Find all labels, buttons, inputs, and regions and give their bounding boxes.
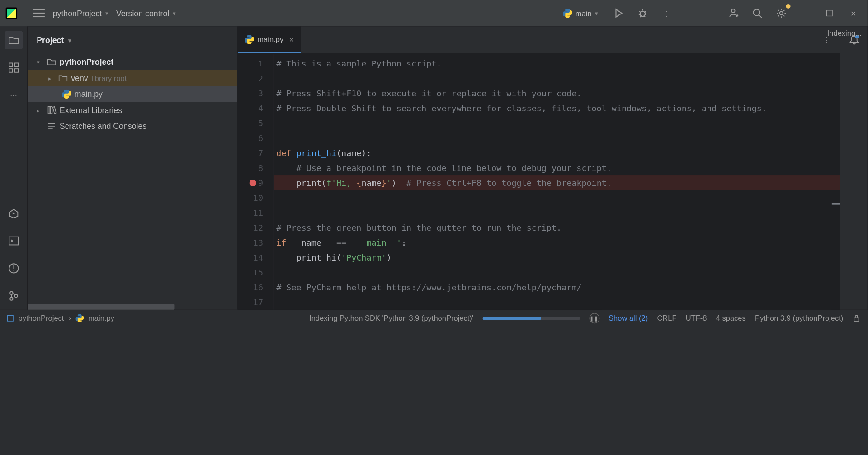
encoding-button[interactable]: UTF-8 [686, 314, 707, 322]
terminal-tool-button[interactable] [5, 232, 23, 250]
horizontal-scrollbar[interactable] [28, 304, 175, 310]
python-icon [245, 35, 254, 44]
project-name-label: pythonProject [53, 9, 102, 18]
project-tool-button[interactable] [5, 31, 23, 49]
tree-item-label: Scratches and Consoles [60, 122, 146, 131]
indexing-indicator: Indexing... [821, 28, 867, 38]
chevron-down-icon: ▾ [68, 37, 71, 43]
svg-rect-17 [854, 318, 859, 321]
svg-point-1 [731, 9, 735, 13]
svg-rect-6 [14, 63, 18, 66]
project-selector[interactable]: pythonProject ▾ [53, 9, 108, 18]
svg-point-3 [780, 12, 783, 15]
svg-rect-16 [7, 315, 13, 321]
lock-icon[interactable] [853, 314, 861, 322]
window-close-button[interactable]: ✕ [845, 5, 862, 21]
problems-tool-button[interactable] [5, 259, 23, 278]
main-menu-button[interactable] [33, 9, 45, 17]
indexing-progress-bar [482, 316, 580, 320]
chevron-down-icon: ▾ [105, 10, 108, 16]
tree-item-label: main.py [75, 90, 103, 99]
pause-indexing-button[interactable]: ❚❚ [589, 313, 599, 323]
breakpoint-marker[interactable]: 9 [238, 175, 274, 190]
module-icon [7, 314, 14, 321]
folder-icon [58, 73, 67, 82]
crumb-project: pythonProject [19, 314, 64, 322]
close-tab-button[interactable]: × [289, 35, 294, 44]
python-icon [75, 314, 84, 322]
interpreter-button[interactable]: Python 3.9 (pythonProject) [755, 314, 843, 322]
scrollbar-marker[interactable] [832, 203, 840, 205]
gutter[interactable]: 1234 5678 9 10111213 14151617 [238, 54, 274, 310]
svg-rect-8 [14, 69, 18, 72]
vcs-menu[interactable]: Version control ▾ [116, 9, 175, 18]
chevron-down-icon: ▾ [595, 10, 598, 16]
editor-tabs: main.py × ⋮ [238, 26, 840, 54]
svg-rect-7 [9, 69, 13, 72]
window-minimize-button[interactable]: ─ [797, 5, 814, 21]
title-bar: pythonProject ▾ Version control ▾ main ▾… [0, 0, 867, 26]
tab-label: main.py [257, 35, 283, 43]
svg-point-13 [10, 297, 13, 300]
app-logo-icon [6, 7, 17, 19]
tree-root[interactable]: ▾ pythonProject [28, 54, 237, 70]
python-icon [563, 9, 572, 18]
project-panel-title: Project [37, 36, 64, 45]
structure-tool-button[interactable] [5, 58, 23, 77]
code-with-me-button[interactable] [725, 5, 741, 21]
tab-main-py[interactable]: main.py × [238, 26, 301, 53]
svg-point-12 [10, 292, 13, 294]
svg-rect-5 [9, 63, 13, 66]
chevron-down-icon: ▾ [37, 59, 43, 65]
chevron-right-icon: ▸ [48, 75, 55, 81]
tree-external-libs[interactable]: ▸ External Libraries [28, 102, 237, 118]
project-panel-header[interactable]: Project ▾ [28, 26, 237, 54]
svg-point-14 [14, 294, 17, 297]
python-icon [62, 90, 71, 99]
svg-rect-4 [826, 10, 832, 16]
chevron-right-icon: ▸ [37, 107, 43, 113]
more-actions-button[interactable]: ⋮ [659, 5, 675, 21]
settings-button[interactable] [774, 5, 790, 21]
search-button[interactable] [749, 5, 765, 21]
tree-item-suffix: library root [91, 74, 127, 82]
tree-item-label: pythonProject [60, 57, 113, 66]
run-config-label: main [576, 9, 592, 18]
vcs-tool-button[interactable] [5, 287, 23, 305]
code-editor[interactable]: 1234 5678 9 10111213 14151617 # This is … [238, 54, 840, 310]
chevron-right-icon: › [69, 314, 71, 322]
line-separator-button[interactable]: CRLF [657, 314, 676, 322]
vcs-label: Version control [116, 9, 169, 18]
run-button[interactable] [610, 5, 627, 21]
project-panel: Project ▾ ▾ pythonProject ▸ venv library… [28, 26, 238, 309]
tree-item-label: External Libraries [60, 105, 122, 114]
svg-point-2 [753, 9, 760, 16]
indexing-status-label: Indexing Python SDK 'Python 3.9 (pythonP… [309, 314, 473, 322]
tree-scratches[interactable]: Scratches and Consoles [28, 118, 237, 134]
right-tool-strip [840, 26, 868, 309]
editor-area: main.py × ⋮ Indexing... 1234 5678 9 1011… [238, 26, 840, 309]
tree-venv[interactable]: ▸ venv library root [28, 70, 237, 86]
show-all-link[interactable]: Show all (2) [609, 314, 648, 322]
indent-button[interactable]: 4 spaces [716, 314, 746, 322]
folder-icon [47, 57, 56, 66]
more-tools-button[interactable]: ⋯ [5, 86, 23, 104]
window-restore-button[interactable] [821, 5, 838, 21]
debug-button[interactable] [635, 5, 651, 21]
chevron-down-icon: ▾ [173, 10, 175, 16]
breadcrumb[interactable]: pythonProject › main.py [7, 314, 114, 322]
svg-rect-10 [9, 237, 18, 245]
code-content[interactable]: # This is a sample Python script. # Pres… [274, 54, 840, 310]
services-tool-button[interactable] [5, 204, 23, 223]
status-bar: pythonProject › main.py Indexing Python … [0, 310, 867, 326]
scratches-icon [47, 122, 56, 131]
run-config-selector[interactable]: main ▾ [558, 6, 603, 20]
library-icon [47, 105, 56, 114]
left-tool-strip: ⋯ [0, 26, 28, 309]
tree-item-label: venv [71, 73, 88, 82]
project-tree: ▾ pythonProject ▸ venv library root main… [28, 54, 237, 134]
crumb-file: main.py [88, 314, 114, 322]
tree-file-main[interactable]: main.py [28, 86, 237, 102]
